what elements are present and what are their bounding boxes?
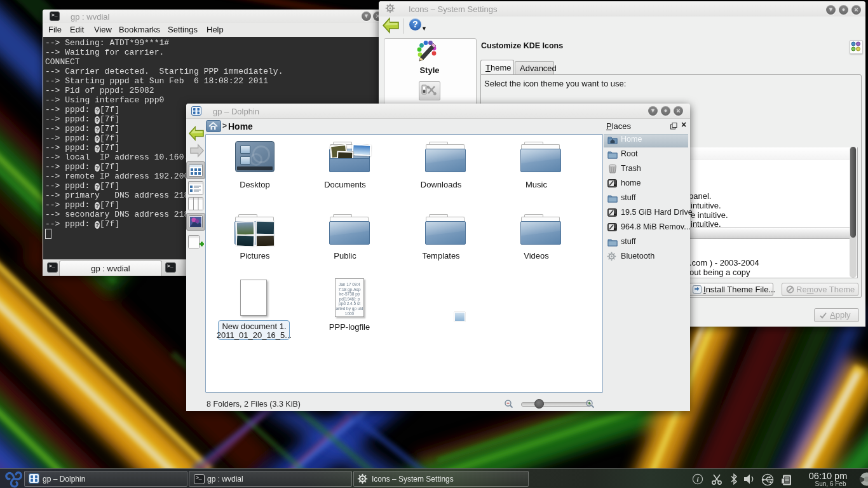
svg-text:i: i [696,475,699,483]
